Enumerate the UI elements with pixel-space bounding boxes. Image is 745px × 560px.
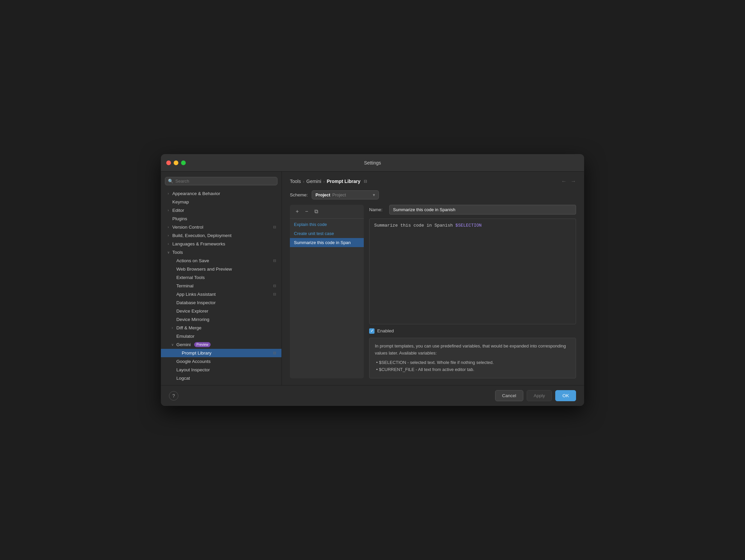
dropdown-chevron-icon: ▾ — [373, 192, 375, 197]
code-editor[interactable]: Summarize this code in Spanish $SELECTIO… — [369, 219, 576, 324]
sidebar-item-terminal[interactable]: Terminal ⊟ — [161, 282, 282, 290]
info-intro: In prompt templates, you can use predefi… — [375, 343, 570, 357]
settings-window: Settings 🔍 › Appearance & Behavior Keyma… — [161, 154, 584, 406]
sidebar-item-label: Emulator — [176, 334, 194, 339]
sidebar-item-label: Device Mirroring — [176, 317, 209, 322]
sidebar-item-actions-save[interactable]: Actions on Save ⊟ — [161, 257, 282, 265]
titlebar: Settings — [161, 154, 584, 171]
minimize-button[interactable] — [174, 161, 179, 165]
sidebar-item-label: External Tools — [176, 275, 205, 280]
name-input[interactable] — [389, 205, 576, 215]
chevron-icon: › — [166, 208, 170, 212]
sidebar-item-label: Build, Execution, Deployment — [172, 233, 231, 238]
remove-button[interactable]: − — [303, 207, 311, 216]
sidebar-item-gemini[interactable]: ∨ Gemini Preview — [161, 340, 282, 349]
sidebar-item-device-mirroring[interactable]: Device Mirroring — [161, 315, 282, 324]
breadcrumb-sep-1: › — [303, 179, 304, 184]
breadcrumb-sep-2: › — [323, 179, 324, 184]
sidebar: 🔍 › Appearance & Behavior Keymap › Edito… — [161, 171, 282, 385]
sidebar-item-languages[interactable]: › Languages & Frameworks — [161, 240, 282, 248]
sidebar-item-diff-merge[interactable]: › Diff & Merge — [161, 324, 282, 332]
prompt-list: Explain this code Create unit test case … — [290, 219, 364, 378]
info-variables: $SELECTION - selected text. Whole file i… — [375, 359, 570, 373]
workspace: + − ⧉ Explain this code Create unit test… — [290, 205, 576, 378]
maximize-button[interactable] — [181, 161, 186, 165]
sync-icon: ⊟ — [273, 351, 276, 355]
sidebar-item-label: Database Inspector — [176, 300, 216, 305]
copy-button[interactable]: ⧉ — [312, 207, 320, 216]
sidebar-item-label: Languages & Frameworks — [172, 241, 225, 246]
enabled-row: ✓ Enabled — [369, 328, 576, 334]
nav-forward-icon[interactable]: → — [571, 178, 576, 184]
enabled-label: Enabled — [377, 328, 394, 333]
nav-back-icon[interactable]: ← — [561, 178, 566, 184]
apply-button[interactable]: Apply — [527, 390, 552, 401]
breadcrumb-current: Prompt Library — [327, 178, 360, 184]
cancel-button[interactable]: Cancel — [495, 390, 523, 401]
add-button[interactable]: + — [293, 207, 301, 216]
main-panel: Tools › Gemini › Prompt Library ⊟ ← → Sc… — [282, 171, 584, 385]
footer: ? Cancel Apply OK — [161, 385, 584, 406]
sidebar-item-external-tools[interactable]: External Tools — [161, 273, 282, 282]
search-box[interactable]: 🔍 — [165, 177, 278, 185]
sidebar-item-google-accounts[interactable]: Google Accounts — [161, 357, 282, 366]
sync-icon: ⊟ — [273, 259, 276, 263]
breadcrumb-tools: Tools — [290, 178, 301, 184]
sync-icon: ⊟ — [273, 225, 276, 229]
sidebar-item-label: Plugins — [172, 216, 187, 221]
sidebar-item-keymap[interactable]: Keymap — [161, 198, 282, 206]
search-icon: 🔍 — [168, 178, 173, 184]
sidebar-item-logcat[interactable]: Logcat — [161, 374, 282, 383]
search-input[interactable] — [175, 178, 274, 184]
list-item[interactable]: Explain this code — [290, 220, 364, 229]
list-item-selected[interactable]: Summarize this code in Span — [290, 238, 364, 247]
breadcrumb-gemini: Gemini — [306, 178, 321, 184]
sidebar-item-emulator[interactable]: Emulator — [161, 332, 282, 340]
code-variable: $SELECTION — [455, 223, 482, 228]
window-title: Settings — [364, 160, 381, 166]
sidebar-item-plugins[interactable]: Plugins — [161, 215, 282, 223]
scheme-value-muted: Project — [332, 192, 346, 197]
sidebar-item-build[interactable]: › Build, Execution, Deployment — [161, 231, 282, 240]
sidebar-item-database[interactable]: Database Inspector — [161, 298, 282, 307]
sidebar-item-label: Diff & Merge — [176, 325, 201, 330]
help-button[interactable]: ? — [169, 391, 179, 400]
sidebar-item-app-links[interactable]: App Links Assistant ⊟ — [161, 290, 282, 298]
chevron-icon: › — [166, 192, 170, 195]
sidebar-item-web-browsers[interactable]: Web Browsers and Preview — [161, 265, 282, 273]
sidebar-item-label: App Links Assistant — [176, 292, 216, 297]
checkmark-icon: ✓ — [370, 329, 374, 333]
name-label: Name: — [369, 207, 386, 212]
chevron-icon: › — [170, 326, 174, 330]
sidebar-item-device-explorer[interactable]: Device Explorer — [161, 307, 282, 315]
list-item[interactable]: Create unit test case — [290, 229, 364, 238]
ok-button[interactable]: OK — [555, 390, 576, 401]
sidebar-item-label: Keymap — [172, 199, 189, 204]
sidebar-item-tools[interactable]: ∨ Tools — [161, 248, 282, 257]
sidebar-item-label: Version Control — [172, 225, 203, 230]
traffic-lights — [166, 161, 186, 165]
scheme-dropdown[interactable]: Project Project ▾ — [312, 190, 379, 199]
sidebar-item-vcs[interactable]: › Version Control ⊟ — [161, 223, 282, 231]
info-panel: In prompt templates, you can use predefi… — [369, 338, 576, 378]
sidebar-item-appearance[interactable]: › Appearance & Behavior — [161, 189, 282, 198]
content-area: 🔍 › Appearance & Behavior Keymap › Edito… — [161, 171, 584, 385]
info-variable-selection: $SELECTION - selected text. Whole file i… — [376, 359, 570, 366]
info-variable-file: $CURRENT_FILE - All text from active edi… — [376, 366, 570, 373]
sidebar-item-label: Gemini — [176, 342, 191, 347]
chevron-expanded-icon: ∨ — [166, 251, 170, 254]
sidebar-item-label: Google Accounts — [176, 359, 210, 364]
close-button[interactable] — [166, 161, 171, 165]
scheme-row: Scheme: Project Project ▾ — [290, 190, 576, 199]
sidebar-item-layout-inspector[interactable]: Layout Inspector — [161, 366, 282, 374]
sidebar-item-label: Appearance & Behavior — [172, 191, 220, 196]
chevron-icon: › — [166, 234, 170, 237]
list-toolbar: + − ⧉ — [290, 205, 364, 219]
detail-panel: Name: Summarize this code in Spanish $SE… — [369, 205, 576, 378]
sidebar-item-editor[interactable]: › Editor — [161, 206, 282, 215]
sidebar-item-label: Web Browsers and Preview — [176, 267, 232, 272]
enabled-checkbox[interactable]: ✓ — [369, 328, 375, 334]
sidebar-item-label: Prompt Library — [182, 351, 212, 356]
scheme-label: Scheme: — [290, 192, 308, 197]
sidebar-item-prompt-library[interactable]: Prompt Library ⊟ — [161, 349, 282, 357]
